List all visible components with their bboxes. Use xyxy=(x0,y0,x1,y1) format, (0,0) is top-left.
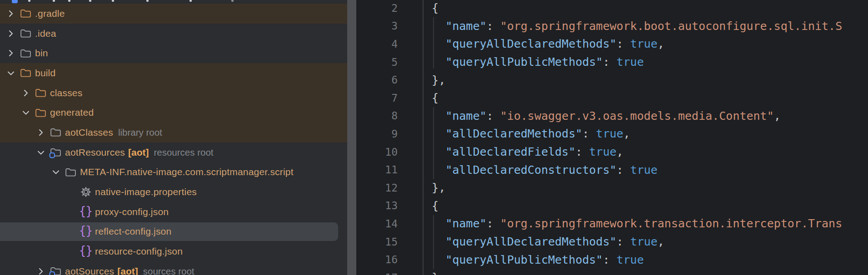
folder-icon xyxy=(33,86,49,100)
resources-root-folder-icon xyxy=(48,265,64,275)
project-tree-panel: .gradle.ideabinbuildclassesgeneratedaotC… xyxy=(0,0,347,275)
clipped-text-fragment xyxy=(53,0,55,2)
tree-item-label: aotSources xyxy=(65,266,114,275)
tree-item-proxy-config-json[interactable]: {}proxy-config.json xyxy=(0,202,347,222)
line-number: 17 xyxy=(356,272,398,275)
line-number: 2 xyxy=(356,2,398,14)
line-number: 10 xyxy=(356,146,398,158)
tree-item-classes[interactable]: classes xyxy=(0,83,347,103)
tree-item-label: aotResources xyxy=(65,147,125,158)
chevron-spacer xyxy=(64,225,78,238)
folder-icon xyxy=(33,106,49,119)
chevron-down-icon[interactable] xyxy=(34,146,48,159)
line-number: 3 xyxy=(356,20,398,32)
line-number: 7 xyxy=(356,92,398,104)
editor-panel[interactable]: 2 {3 "name": "org.springframework.boot.a… xyxy=(356,0,868,275)
tree-item-label: proxy-config.json xyxy=(95,206,169,217)
panel-splitter[interactable] xyxy=(347,0,356,275)
editor-line-5[interactable]: 5 "queryAllPublicMethods": true xyxy=(356,53,868,71)
tree-item-generated[interactable]: generated xyxy=(0,103,347,123)
folder-icon xyxy=(63,165,79,179)
editor-line-10[interactable]: 10 "allDeclaredFields": true, xyxy=(356,143,868,161)
clipped-blue-icon xyxy=(12,0,18,3)
tree-item-label: aotClasses xyxy=(65,127,113,138)
json-braces-icon: {} xyxy=(78,205,94,219)
tree-row-content: .gradle xyxy=(0,7,65,20)
clipped-text-fragment xyxy=(231,0,234,2)
tree-row-content: bin xyxy=(0,46,48,60)
tree-item-aotsources[interactable]: aotSources[aot]sources root xyxy=(0,261,347,275)
editor-line-13[interactable]: 13 { xyxy=(356,197,868,215)
tree-item-label: build xyxy=(35,68,55,79)
editor-line-14[interactable]: 14 "name": "org.springframework.transact… xyxy=(356,215,868,233)
chevron-right-icon[interactable] xyxy=(19,86,33,100)
tree-item-suffix: resources root xyxy=(154,147,213,158)
editor-line-17[interactable]: 17 } xyxy=(356,269,868,275)
code-text: "queryAllPublicMethods": true xyxy=(418,253,644,266)
tree-item-build[interactable]: build xyxy=(0,63,347,83)
line-number: 16 xyxy=(356,254,398,265)
tree-item-resource-config-json[interactable]: {}resource-config.json xyxy=(0,241,347,261)
code-text: "queryAllDeclaredMethods": true, xyxy=(418,235,664,248)
editor-line-12[interactable]: 12 }, xyxy=(356,179,868,197)
chevron-right-icon[interactable] xyxy=(34,265,48,275)
chevron-right-icon[interactable] xyxy=(4,27,18,40)
editor-line-16[interactable]: 16 "queryAllPublicMethods": true xyxy=(356,250,868,269)
tree-item-bin[interactable]: bin xyxy=(0,43,347,63)
tree-item-reflect-config-json[interactable]: {}reflect-config.json xyxy=(0,222,347,242)
tree-item-label: bin xyxy=(35,48,48,59)
tree-item-idea[interactable]: .idea xyxy=(0,24,347,44)
tree-item-gradle[interactable]: .gradle xyxy=(0,4,347,24)
tree-item-native-image-properties[interactable]: native-image.properties xyxy=(0,182,347,202)
tree-item-tag: [aot] xyxy=(117,266,138,275)
folder-icon xyxy=(18,7,34,20)
folder-icon xyxy=(18,66,34,80)
code-text: }, xyxy=(418,181,445,194)
resources-root-folder-icon xyxy=(48,146,64,159)
tree-item-suffix: library root xyxy=(118,127,162,138)
clipped-text-fragment xyxy=(146,0,149,2)
tree-item-label: META-INF.native-image.com.scriptmanager.… xyxy=(80,167,294,177)
clipped-text-fragment xyxy=(28,0,30,2)
chevron-down-icon[interactable] xyxy=(4,66,18,80)
tree-row-content: generated xyxy=(0,106,94,119)
code-text: "name": "org.springframework.boot.autoco… xyxy=(418,20,842,33)
tree-item-label: .idea xyxy=(35,28,56,39)
editor-line-11[interactable]: 11 "allDeclaredConstructors": true xyxy=(356,161,868,179)
folder-icon xyxy=(18,27,34,40)
code-text: { xyxy=(418,91,439,104)
json-braces-icon: {} xyxy=(78,245,94,258)
json-braces-icon: {} xyxy=(78,225,94,238)
ide-window: .gradle.ideabinbuildclassesgeneratedaotC… xyxy=(0,0,868,275)
tree-item-meta-inf-native-image-com-scriptmanager-[interactable]: META-INF.native-image.com.scriptmanager.… xyxy=(0,162,347,182)
chevron-down-icon[interactable] xyxy=(19,106,33,119)
editor-line-2[interactable]: 2 { xyxy=(356,0,868,17)
chevron-right-icon[interactable] xyxy=(4,46,18,60)
tree-row-content: build xyxy=(0,66,55,80)
editor-line-4[interactable]: 4 "queryAllDeclaredMethods": true, xyxy=(356,35,868,53)
editor-line-3[interactable]: 3 "name": "org.springframework.boot.auto… xyxy=(356,17,868,35)
tree-item-tag: [aot] xyxy=(128,147,149,158)
tree-item-aotclasses[interactable]: aotClasseslibrary root xyxy=(0,123,347,142)
tree-row-content: {}reflect-config.json xyxy=(0,225,171,238)
chevron-right-icon[interactable] xyxy=(4,7,18,20)
tree-row-content: .idea xyxy=(0,27,56,40)
tree-item-label: generated xyxy=(50,107,94,118)
line-number: 12 xyxy=(356,182,398,194)
editor-line-6[interactable]: 6 }, xyxy=(356,71,868,89)
code-text: "queryAllPublicMethods": true xyxy=(418,55,644,69)
editor-line-7[interactable]: 7 { xyxy=(356,89,868,107)
chevron-down-icon[interactable] xyxy=(49,165,63,179)
line-number: 14 xyxy=(356,218,398,230)
editor-line-15[interactable]: 15 "queryAllDeclaredMethods": true, xyxy=(356,233,868,251)
chevron-right-icon[interactable] xyxy=(34,126,48,139)
code-text: "name": "io.swagger.v3.oas.models.media.… xyxy=(418,109,781,123)
line-number: 8 xyxy=(356,110,398,122)
editor-line-8[interactable]: 8 "name": "io.swagger.v3.oas.models.medi… xyxy=(356,107,868,125)
tree-row-content: aotSources[aot]sources root xyxy=(0,265,195,275)
tree-row-content: aotClasseslibrary root xyxy=(0,126,162,139)
clipped-text-fragment xyxy=(89,0,91,2)
editor-line-9[interactable]: 9 "allDeclaredMethods": true, xyxy=(356,125,868,143)
code-text: }, xyxy=(418,74,445,87)
tree-item-aotresources[interactable]: aotResources[aot]resources root xyxy=(0,142,347,162)
